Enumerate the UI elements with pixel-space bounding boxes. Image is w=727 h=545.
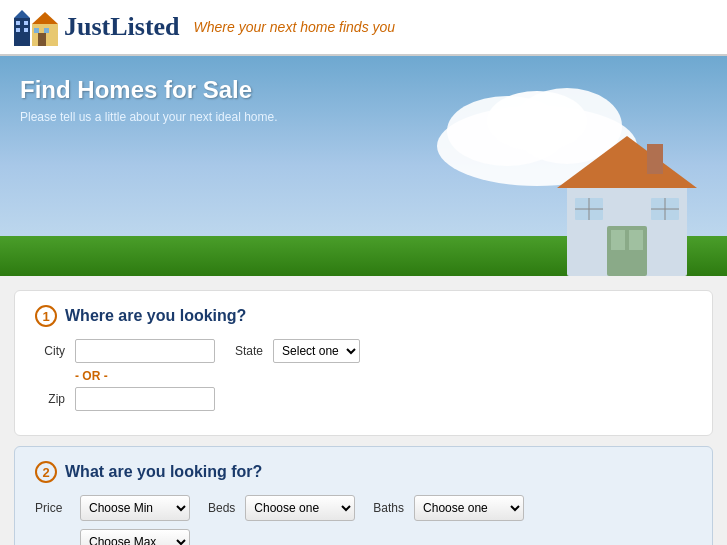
price-min-select[interactable]: Choose Min $50,000 $100,000 $150,000 $20… [80, 495, 190, 521]
svg-rect-7 [34, 28, 39, 33]
section2-title-text: What are you looking for? [65, 463, 262, 481]
hero-subtitle: Please tell us a little about your next … [20, 110, 707, 124]
section2-title: 2 What are you looking for? [35, 461, 692, 483]
city-input[interactable] [75, 339, 215, 363]
svg-rect-1 [16, 21, 20, 25]
hero-title: Find Homes for Sale [20, 76, 707, 104]
logo-text: JustListed [64, 12, 180, 42]
logo-area: JustListed [14, 8, 180, 46]
svg-rect-2 [24, 21, 28, 25]
section1-title: 1 Where are you looking? [35, 305, 692, 327]
or-label: - OR - [75, 369, 692, 383]
zip-row: Zip [35, 387, 692, 411]
section2-form: 2 What are you looking for? Price Choose… [14, 446, 713, 545]
zip-input[interactable] [75, 387, 215, 411]
price-max-select[interactable]: Choose Max $100,000 $200,000 $300,000 $4… [80, 529, 190, 545]
section1-title-text: Where are you looking? [65, 307, 246, 325]
hero-content: Find Homes for Sale Please tell us a lit… [0, 56, 727, 134]
house-illustration [547, 126, 707, 276]
price-label: Price [35, 501, 70, 515]
svg-rect-4 [24, 28, 28, 32]
svg-rect-18 [611, 230, 625, 250]
state-select[interactable]: Select one Alabama Alaska Arizona Califo… [273, 339, 360, 363]
step2-badge: 2 [35, 461, 57, 483]
svg-rect-3 [16, 28, 20, 32]
section1-form: 1 Where are you looking? City State Sele… [14, 290, 713, 436]
city-label: City [35, 344, 65, 358]
header: JustListed Where your next home finds yo… [0, 0, 727, 56]
svg-rect-9 [38, 33, 46, 46]
zip-label: Zip [35, 392, 65, 406]
baths-select[interactable]: Choose one 1+ 2+ 3+ 4+ [414, 495, 524, 521]
logo-icon [14, 8, 58, 46]
svg-rect-26 [647, 144, 663, 174]
baths-label: Baths [373, 501, 404, 515]
svg-marker-5 [14, 10, 30, 18]
svg-marker-16 [557, 136, 697, 188]
hero-section: Find Homes for Sale Please tell us a lit… [0, 56, 727, 276]
price-row1: Price Choose Min $50,000 $100,000 $150,0… [35, 495, 692, 521]
beds-label: Beds [208, 501, 235, 515]
price-row2: Choose Max $100,000 $200,000 $300,000 $4… [35, 529, 692, 545]
svg-marker-10 [32, 12, 58, 24]
beds-select[interactable]: Choose one 1+ 2+ 3+ 4+ 5+ [245, 495, 355, 521]
svg-rect-8 [44, 28, 49, 33]
state-label: State [235, 344, 263, 358]
tagline: Where your next home finds you [194, 19, 396, 35]
step1-badge: 1 [35, 305, 57, 327]
city-row: City State Select one Alabama Alaska Ari… [35, 339, 692, 363]
svg-rect-19 [629, 230, 643, 250]
